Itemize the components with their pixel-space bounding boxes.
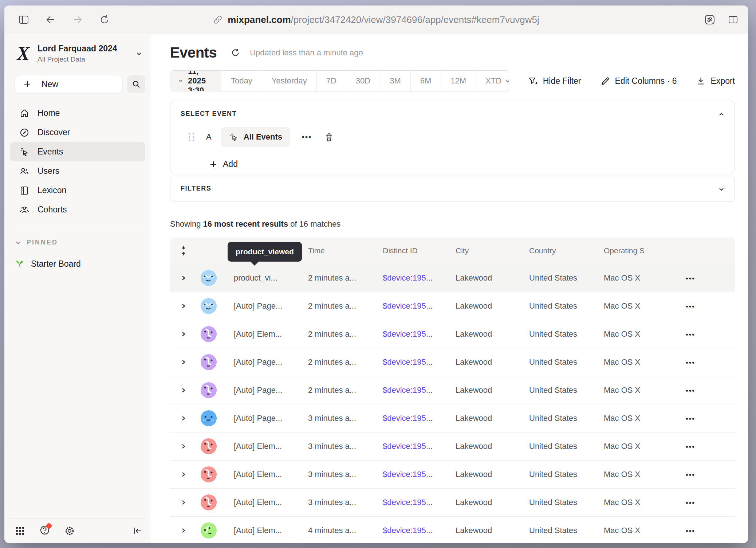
event-name[interactable]: [Auto] Page... <box>220 414 295 423</box>
range-3m[interactable]: 3M <box>380 71 410 91</box>
reload-icon[interactable] <box>99 14 110 25</box>
sidebar-item-discover[interactable]: Discover <box>10 123 145 142</box>
collapse-all-icon[interactable] <box>179 245 188 256</box>
hide-filter-button[interactable]: Hide Filter <box>528 76 581 86</box>
event-name[interactable]: [Auto] Elem... <box>220 526 295 535</box>
table-row[interactable]: [Auto] Elem... 3 minutes a... $device:19… <box>170 460 735 488</box>
table-row[interactable]: [Auto] Page... 2 minutes a... $device:19… <box>170 376 735 404</box>
event-name[interactable]: [Auto] Page... <box>220 385 295 395</box>
expand-row-icon[interactable] <box>180 387 187 394</box>
event-name[interactable]: [Auto] Page... <box>220 357 295 367</box>
row-menu-button[interactable]: ••• <box>686 274 695 282</box>
table-row[interactable]: [Auto] Elem... 2 minutes a... $device:19… <box>170 320 735 348</box>
drag-handle[interactable] <box>189 133 196 141</box>
range-today[interactable]: Today <box>221 71 262 91</box>
expand-row-icon[interactable] <box>180 527 187 534</box>
row-menu-button[interactable]: ••• <box>686 359 695 366</box>
page-settings-icon[interactable] <box>704 14 715 25</box>
expand-row-icon[interactable] <box>180 303 187 309</box>
row-menu-button[interactable]: ••• <box>686 443 695 450</box>
range-yesterday[interactable]: Yesterday <box>262 71 316 91</box>
select-event-card: SELECT EVENT A All Events ••• <box>170 101 735 173</box>
expand-row-icon[interactable] <box>180 359 187 365</box>
range-xtd[interactable]: XTD <box>476 71 509 91</box>
event-name[interactable]: [Auto] Elem... <box>220 329 295 339</box>
sidebar-item-events[interactable]: Events <box>10 142 145 161</box>
help-button[interactable] <box>39 525 50 537</box>
expand-row-icon[interactable] <box>180 499 187 506</box>
sidebar-item-cohorts[interactable]: Cohorts <box>10 200 145 219</box>
column-header-os[interactable]: Operating S <box>590 246 671 255</box>
table-row[interactable]: [Auto] Page... 3 minutes a... $device:19… <box>170 404 735 432</box>
distinct-id-link[interactable]: $device:195... <box>369 273 442 283</box>
distinct-id-link[interactable]: $device:195... <box>369 498 442 507</box>
export-button[interactable]: Export <box>696 76 735 86</box>
search-button[interactable] <box>127 75 145 93</box>
table-row[interactable]: [Auto] Elem... 3 minutes a... $device:19… <box>170 488 735 516</box>
row-menu-button[interactable]: ••• <box>686 302 695 310</box>
row-menu-button[interactable]: ••• <box>686 415 695 422</box>
distinct-id-link[interactable]: $device:195... <box>369 385 442 395</box>
row-menu-button[interactable]: ••• <box>686 387 695 394</box>
browser-sidebar-toggle-icon[interactable] <box>18 14 29 25</box>
distinct-id-link[interactable]: $device:195... <box>369 301 442 311</box>
column-header-country[interactable]: Country <box>516 246 590 255</box>
edit-columns-button[interactable]: Edit Columns · 6 <box>600 76 677 86</box>
event-name[interactable]: [Auto] Elem... <box>220 442 295 451</box>
row-menu-button[interactable]: ••• <box>686 330 695 338</box>
table-row[interactable]: [Auto] Elem... 4 minutes a... $device:19… <box>170 516 735 543</box>
split-view-icon[interactable] <box>728 14 739 25</box>
distinct-id-link[interactable]: $device:195... <box>369 442 442 451</box>
event-more-button[interactable]: ••• <box>302 133 312 141</box>
new-button[interactable]: New <box>14 75 123 93</box>
address-bar[interactable]: mixpanel.com/project/3472420/view/397469… <box>213 14 539 26</box>
event-selector-button[interactable]: All Events <box>221 127 290 147</box>
event-name[interactable]: [Auto] Page... <box>220 301 295 311</box>
add-event-button[interactable]: Add <box>209 159 249 169</box>
row-menu-button[interactable]: ••• <box>686 527 695 535</box>
range-30d[interactable]: 30D <box>346 71 380 91</box>
forward-icon[interactable] <box>72 14 83 25</box>
column-header-distinct-id[interactable]: Distinct ID <box>369 246 442 255</box>
expand-section-icon[interactable] <box>718 185 725 193</box>
distinct-id-link[interactable]: $device:195... <box>369 414 442 423</box>
pinned-item-starter-board[interactable]: Starter Board <box>15 259 145 269</box>
table-row[interactable]: [Auto] Page... 2 minutes a... $device:19… <box>170 292 735 320</box>
range-12m[interactable]: 12M <box>441 71 476 91</box>
date-picker-button[interactable]: Mar 11, 2025 3:30 pm <box>170 71 221 91</box>
expand-row-icon[interactable] <box>180 443 187 450</box>
distinct-id-link[interactable]: $device:195... <box>369 470 442 479</box>
event-name[interactable]: [Auto] Elem... <box>220 470 295 479</box>
sidebar-item-label: Users <box>38 166 59 176</box>
sidebar-item-home[interactable]: Home <box>10 103 145 123</box>
apps-grid-icon[interactable] <box>15 525 25 536</box>
expand-row-icon[interactable] <box>180 471 187 478</box>
row-menu-button[interactable]: ••• <box>686 471 695 478</box>
table-row[interactable]: product_vi... 2 minutes a... $device:195… <box>170 264 735 292</box>
trash-icon[interactable] <box>324 132 334 142</box>
expand-row-icon[interactable] <box>180 331 187 337</box>
table-row[interactable]: [Auto] Page... 2 minutes a... $device:19… <box>170 348 735 376</box>
event-name[interactable]: product_vi... <box>220 273 295 283</box>
distinct-id-link[interactable]: $device:195... <box>369 357 442 367</box>
column-header-city[interactable]: City <box>442 246 516 255</box>
settings-gear-icon[interactable] <box>64 525 75 536</box>
collapse-section-icon[interactable] <box>718 111 725 118</box>
collapse-sidebar-icon[interactable] <box>132 525 143 536</box>
expand-row-icon[interactable] <box>180 415 187 422</box>
pinned-section-header[interactable]: PINNED <box>15 239 145 246</box>
distinct-id-link[interactable]: $device:195... <box>369 329 442 339</box>
sidebar-item-lexicon[interactable]: Lexicon <box>10 181 145 200</box>
sidebar-item-users[interactable]: Users <box>10 161 145 181</box>
distinct-id-link[interactable]: $device:195... <box>369 526 442 535</box>
project-switcher[interactable]: X Lord Farquaad 2024 All Project Data <box>15 44 143 63</box>
range-6m[interactable]: 6M <box>410 71 441 91</box>
table-row[interactable]: [Auto] Elem... 3 minutes a... $device:19… <box>170 432 735 460</box>
expand-row-icon[interactable] <box>180 275 187 281</box>
column-header-time[interactable]: Time <box>295 246 369 255</box>
refresh-icon[interactable] <box>231 48 240 58</box>
row-menu-button[interactable]: ••• <box>686 499 695 506</box>
event-name[interactable]: [Auto] Elem... <box>220 498 295 507</box>
range-7d[interactable]: 7D <box>316 71 346 91</box>
back-icon[interactable] <box>45 14 56 25</box>
